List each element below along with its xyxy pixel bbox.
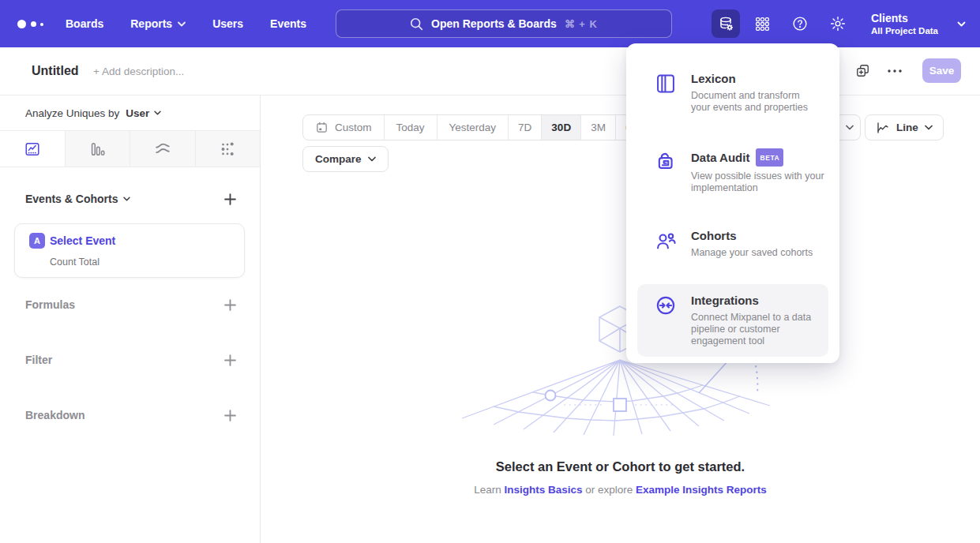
date-range-yesterday[interactable]: Yesterday <box>437 115 509 140</box>
apps-grid-button[interactable] <box>748 9 776 38</box>
event-card[interactable]: A Select Event Count Total <box>14 223 245 278</box>
formulas-section: Formulas <box>25 298 236 311</box>
data-audit-icon <box>655 149 677 171</box>
add-filter-button[interactable] <box>224 354 236 366</box>
date-range-3m[interactable]: 3M <box>580 115 615 140</box>
compare-button[interactable]: Compare <box>302 146 389 172</box>
analyze-uniques-row: Analyze Uniques by User <box>0 95 260 131</box>
plus-icon <box>224 354 236 366</box>
beta-badge: BETA <box>756 148 783 167</box>
tab-flow-chart[interactable] <box>130 131 195 167</box>
empty-state-heading: Select an Event or Cohort to get started… <box>261 459 980 474</box>
duplicate-report-button[interactable] <box>855 63 870 78</box>
menu-item-lexicon[interactable]: Lexicon Document and transform your even… <box>637 62 828 123</box>
breakdown-section: Breakdown <box>25 409 236 421</box>
chevron-down-icon <box>957 21 966 27</box>
chart-type-dropdown[interactable]: Line <box>865 114 944 140</box>
dots-grid-chart-icon <box>219 140 236 158</box>
analyze-value-dropdown[interactable]: User <box>126 107 149 119</box>
menu-item-data-audit[interactable]: Data AuditBETA View possible issues with… <box>637 139 828 204</box>
events-cohorts-header[interactable]: Events & Cohorts <box>25 193 130 205</box>
plus-icon <box>224 299 236 311</box>
example-insights-reports-link[interactable]: Example Insights Reports <box>636 484 767 496</box>
breakdown-header: Breakdown <box>25 409 84 421</box>
date-range-30d[interactable]: 30D <box>541 115 580 140</box>
lexicon-book-icon <box>655 73 677 95</box>
date-range-7d[interactable]: 7D <box>508 115 541 140</box>
help-button[interactable] <box>786 9 814 38</box>
project-name: All Project Data <box>871 25 938 36</box>
plus-icon <box>224 193 236 205</box>
cohorts-people-icon <box>655 230 677 252</box>
menu-item-cohorts[interactable]: Cohorts Manage your saved cohorts <box>637 219 828 268</box>
top-navigation: Boards Reports Users Events Open Reports… <box>0 0 980 47</box>
apps-grid-icon <box>754 16 771 32</box>
search-shortcut: ⌘ + K <box>565 18 598 30</box>
date-range-custom[interactable]: Custom <box>303 115 384 140</box>
plus-icon <box>224 410 236 421</box>
nav-item-reports[interactable]: Reports <box>130 17 186 30</box>
chart-type-tabs <box>0 131 260 167</box>
empty-state-subtext: Learn Insights Basics or explore Example… <box>261 484 980 496</box>
line-chart-icon <box>876 121 890 135</box>
report-canvas: Custom Today Yesterday 7D 30D 3M 6M Comp… <box>261 95 980 543</box>
settings-button[interactable] <box>824 9 852 38</box>
org-name: Clients <box>871 12 938 25</box>
integrations-sync-icon <box>655 294 677 316</box>
chevron-down-icon <box>846 125 854 130</box>
tab-bar-chart[interactable] <box>65 131 130 167</box>
menu-item-integrations[interactable]: Integrations Connect Mixpanel to a data … <box>637 284 828 357</box>
query-sidebar: Analyze Uniques by User <box>0 95 261 543</box>
mixpanel-logo[interactable] <box>17 0 49 47</box>
search-placeholder: Open Reports & Boards <box>431 17 557 30</box>
bar-chart-icon <box>88 140 106 158</box>
insights-line-chart-icon <box>24 140 41 158</box>
nav-item-boards[interactable]: Boards <box>66 17 103 30</box>
report-title[interactable]: Untitled <box>32 64 79 78</box>
tab-insights-line[interactable] <box>0 131 65 167</box>
chevron-down-icon[interactable] <box>154 110 161 115</box>
insights-basics-link[interactable]: Insights Basics <box>504 484 582 496</box>
nav-item-users[interactable]: Users <box>212 17 243 30</box>
filter-header: Filter <box>25 354 52 366</box>
ellipsis-icon <box>888 69 902 73</box>
formulas-header: Formulas <box>25 298 75 311</box>
search-input[interactable]: Open Reports & Boards ⌘ + K <box>336 9 672 38</box>
report-description-field[interactable]: + Add description... <box>93 66 184 77</box>
add-breakdown-button[interactable] <box>224 410 236 421</box>
data-management-icon <box>717 15 735 33</box>
count-type-selector[interactable]: Count Total <box>50 257 100 268</box>
series-badge: A <box>29 233 45 249</box>
help-icon <box>791 15 809 32</box>
settings-gear-icon <box>829 15 847 32</box>
chevron-down-icon <box>178 21 186 27</box>
events-cohorts-section: Events & Cohorts <box>25 193 236 205</box>
data-management-menu: Lexicon Document and transform your even… <box>626 43 839 363</box>
tab-dots-grid-chart[interactable] <box>195 131 261 167</box>
more-options-button[interactable] <box>888 69 902 73</box>
filter-section: Filter <box>25 354 236 366</box>
date-range-today[interactable]: Today <box>384 115 437 140</box>
analyze-label: Analyze Uniques by <box>25 107 119 119</box>
data-management-button[interactable] <box>712 9 740 38</box>
chevron-down-icon <box>368 156 376 162</box>
save-button[interactable]: Save <box>922 58 961 83</box>
nav-item-events[interactable]: Events <box>270 17 306 30</box>
duplicate-icon <box>855 63 870 78</box>
select-event-button[interactable]: Select Event <box>50 234 115 247</box>
project-selector[interactable]: Clients All Project Data <box>852 12 966 36</box>
flow-chart-icon <box>154 140 171 158</box>
calendar-icon <box>315 121 329 134</box>
search-icon <box>410 17 423 31</box>
add-event-button[interactable] <box>224 193 236 205</box>
chevron-down-icon <box>925 125 933 130</box>
add-formula-button[interactable] <box>224 299 236 311</box>
chevron-down-icon <box>123 197 130 201</box>
date-range-more-button[interactable] <box>838 115 860 140</box>
